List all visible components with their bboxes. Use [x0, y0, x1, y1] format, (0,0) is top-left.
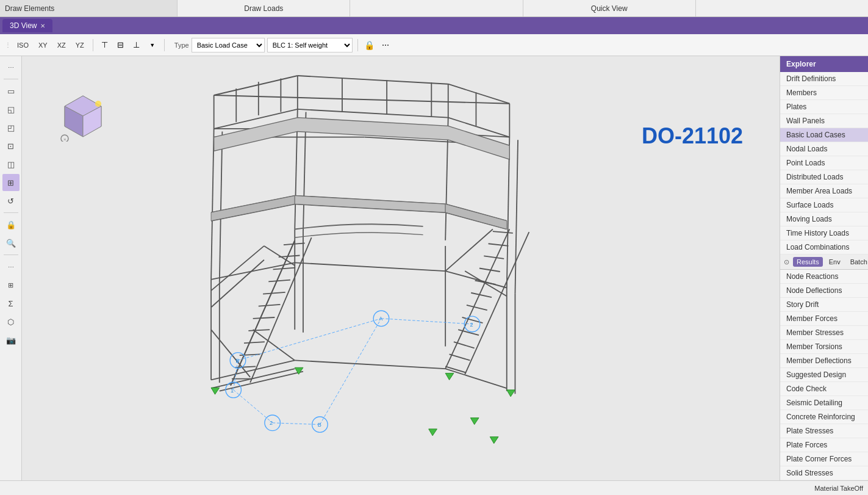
svg-marker-21: [214, 118, 510, 160]
svg-line-77: [450, 354, 470, 360]
type-select[interactable]: Basic Load Case: [192, 38, 265, 52]
explorer-surface-loads[interactable]: Surface Loads: [780, 198, 868, 212]
box-select-button[interactable]: ⊡: [2, 137, 20, 154]
more-button[interactable]: ⋯: [2, 59, 20, 76]
explorer-story-drift[interactable]: Story Drift: [780, 298, 868, 312]
lock-view-button[interactable]: 🔒: [2, 216, 20, 233]
explorer-drift-definitions[interactable]: Drift Definitions: [780, 72, 868, 86]
explorer-solid-stresses[interactable]: Solid Stresses: [780, 466, 868, 480]
explorer-moving-loads[interactable]: Moving Loads: [780, 212, 868, 226]
results-tab[interactable]: Results: [793, 257, 823, 267]
dropdown-icon[interactable]: ▼: [146, 38, 159, 52]
explorer-time-history-loads[interactable]: Time History Loads: [780, 226, 868, 240]
explorer-seismic-detailing[interactable]: Seismic Detailing: [780, 396, 868, 410]
tab-3d-view[interactable]: 3D View ✕: [2, 19, 52, 32]
svg-line-19: [515, 140, 518, 293]
view-xz-button[interactable]: XZ: [54, 40, 70, 50]
support-7: [490, 437, 498, 444]
batch-tab[interactable]: Batch: [847, 257, 868, 267]
explorer-member-torsions[interactable]: Member Torsions: [780, 340, 868, 354]
results-chevron[interactable]: ⊙: [784, 258, 789, 266]
draw-loads-label: Draw Loads: [244, 4, 283, 13]
blc-select[interactable]: BLC 1: Self weight: [267, 38, 353, 52]
camera-button[interactable]: 📷: [2, 331, 20, 349]
viewport[interactable]: × DO-21102: [22, 56, 780, 480]
explorer-plate-forces[interactable]: Plate Forces: [780, 438, 868, 452]
view-sep-left: ⋮: [5, 42, 11, 48]
support-3: [445, 373, 454, 380]
svg-line-72: [279, 255, 300, 257]
explorer-node-deflections[interactable]: Node Deflections: [780, 284, 868, 298]
explorer-node-reactions[interactable]: Node Reactions: [780, 270, 868, 284]
close-tab-button[interactable]: ✕: [40, 23, 45, 29]
explorer-concrete-reinforcing[interactable]: Concrete Reinforcing: [780, 410, 868, 424]
svg-line-65: [244, 342, 265, 343]
explorer-member-forces[interactable]: Member Forces: [780, 312, 868, 326]
svg-line-81: [467, 305, 487, 310]
svg-line-75: [465, 232, 529, 374]
explorer-member-area-loads[interactable]: Member Area Loads: [780, 184, 868, 198]
rect-select-button[interactable]: ▭: [2, 82, 20, 99]
explorer-load-combinations[interactable]: Load Combinations: [780, 240, 868, 255]
explorer-member-stresses[interactable]: Member Stresses: [780, 326, 868, 340]
svg-line-114: [238, 319, 381, 361]
align-top-icon[interactable]: ⊤: [98, 38, 112, 52]
tab-bar: 3D View ✕: [0, 17, 868, 34]
lock-icon[interactable]: 🔒: [363, 38, 376, 52]
hex-button[interactable]: ⬡: [2, 313, 20, 330]
svg-line-71: [273, 268, 296, 270]
explorer-distributed-loads[interactable]: Distributed Loads: [780, 170, 868, 184]
settings-icon[interactable]: ⋯: [379, 38, 392, 52]
view-iso-button[interactable]: ISO: [13, 40, 32, 50]
svg-line-12: [298, 109, 448, 118]
support-1: [211, 388, 220, 394]
draw-loads-menu[interactable]: Draw Loads: [178, 0, 350, 16]
svg-line-58: [445, 369, 507, 388]
align-mid-icon[interactable]: ⊟: [114, 38, 127, 52]
left-sep-1: [4, 212, 18, 213]
quick-view-label: Quick View: [591, 4, 628, 13]
env-tab[interactable]: Env: [825, 257, 844, 267]
view-xy-button[interactable]: XY: [35, 40, 51, 50]
svg-line-88: [211, 369, 295, 388]
fence-select-button[interactable]: ◫: [2, 156, 20, 173]
svg-text:2: 2: [270, 420, 273, 426]
svg-line-28: [298, 76, 448, 84]
more2-button[interactable]: ⋯: [2, 258, 20, 275]
explorer-suggested-design[interactable]: Suggested Design: [780, 368, 868, 382]
cross-select-button[interactable]: ◰: [2, 119, 20, 136]
search-button[interactable]: 🔍: [2, 234, 20, 251]
svg-line-93: [295, 262, 445, 271]
render-button[interactable]: ⊞: [2, 276, 20, 294]
poly-select-button[interactable]: ◱: [2, 101, 20, 118]
explorer-plate-corner-forces[interactable]: Plate Corner Forces: [780, 452, 868, 466]
svg-line-57: [295, 360, 445, 369]
align-bottom-icon[interactable]: ⊥: [130, 38, 143, 52]
svg-line-18: [507, 137, 510, 291]
explorer-basic-load-cases[interactable]: Basic Load Cases: [780, 128, 868, 142]
explorer-point-loads[interactable]: Point Loads: [780, 156, 868, 170]
explorer-wall-panels[interactable]: Wall Panels: [780, 114, 868, 128]
svg-line-92: [211, 262, 295, 279]
rotate-button[interactable]: ↺: [2, 192, 20, 209]
view-yz-button[interactable]: YZ: [72, 40, 88, 50]
plane-select-button[interactable]: ⊞: [2, 174, 20, 191]
explorer-members[interactable]: Members: [780, 86, 868, 100]
svg-line-86: [489, 244, 509, 246]
explorer-plates[interactable]: Plates: [780, 100, 868, 114]
tab-label: 3D View: [10, 21, 37, 30]
status-right: Material TakeOff: [814, 485, 863, 492]
support-4: [507, 390, 515, 397]
explorer-nodal-loads[interactable]: Nodal Loads: [780, 142, 868, 156]
explorer-member-deflections[interactable]: Member Deflections: [780, 354, 868, 368]
results-bar: ⊙ Results Env Batch: [780, 255, 868, 270]
sigma-button[interactable]: Σ: [2, 295, 20, 312]
draw-elements-menu[interactable]: Draw Elements: [0, 0, 178, 16]
support-6: [429, 429, 437, 436]
svg-line-66: [248, 330, 270, 331]
svg-text:2: 2: [470, 322, 473, 328]
quick-view-menu[interactable]: Quick View: [523, 0, 696, 16]
svg-line-70: [268, 280, 290, 282]
explorer-plate-stresses[interactable]: Plate Stresses: [780, 424, 868, 438]
explorer-code-check[interactable]: Code Check: [780, 382, 868, 396]
